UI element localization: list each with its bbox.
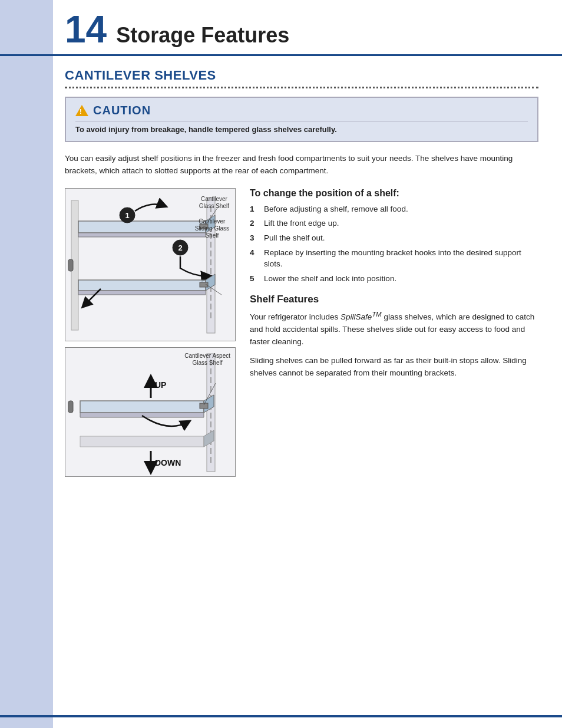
list-item: 4Replace by inserting the mounting brack… bbox=[250, 247, 538, 270]
diagram-upper: 1 2 bbox=[65, 188, 236, 341]
caution-box: CAUTION To avoid injury from breakage, h… bbox=[65, 97, 538, 142]
step-text: Lift the front edge up. bbox=[264, 218, 339, 229]
step-number: 3 bbox=[250, 232, 258, 244]
intro-paragraph: You can easily adjust shelf positions in… bbox=[65, 153, 538, 177]
spillsafe-brand: SpillSafeTM bbox=[340, 312, 382, 321]
svg-marker-45 bbox=[80, 401, 204, 413]
bottom-line bbox=[0, 715, 562, 717]
page-header: 14 Storage Features bbox=[0, 0, 562, 56]
steps-list: 1Before adjusting a shelf, remove all fo… bbox=[250, 203, 538, 284]
caution-header: CAUTION bbox=[75, 104, 528, 117]
lower-shelf-svg: UP DOWN bbox=[65, 348, 236, 477]
shelf-para1: Your refrigerator includes SpillSafeTM g… bbox=[250, 309, 538, 348]
step-text: Pull the shelf out. bbox=[264, 232, 325, 244]
text-column: To change the position of a shelf: 1Befo… bbox=[250, 188, 538, 390]
svg-text:1: 1 bbox=[125, 211, 129, 220]
main-content: CANTILEVER SHELVES CAUTION To avoid inju… bbox=[0, 56, 562, 506]
svg-rect-30 bbox=[68, 259, 73, 271]
section-title: CANTILEVER SHELVES bbox=[65, 68, 538, 83]
two-column-layout: 1 2 bbox=[65, 188, 538, 483]
step-number: 4 bbox=[250, 247, 258, 270]
caution-line bbox=[75, 121, 528, 121]
svg-marker-16 bbox=[78, 221, 206, 233]
section-divider bbox=[65, 87, 538, 88]
svg-text:2: 2 bbox=[178, 243, 182, 252]
shelf-para2: Sliding shelves can be pulled forward as… bbox=[250, 355, 538, 380]
step-text: Before adjusting a shelf, remove all foo… bbox=[264, 203, 408, 215]
diagram-lower: UP DOWN bbox=[65, 347, 236, 477]
shelf-features-heading: Shelf Features bbox=[250, 294, 538, 305]
list-item: 2Lift the front edge up. bbox=[250, 218, 538, 229]
svg-text:UP: UP bbox=[155, 380, 166, 390]
upper-shelf-label: Cantilever Glass Shelf bbox=[199, 196, 229, 210]
step-number: 1 bbox=[250, 203, 258, 215]
chapter-number: 14 bbox=[65, 11, 107, 48]
svg-marker-48 bbox=[80, 436, 204, 447]
step-text: Replace by inserting the mounting bracke… bbox=[264, 247, 538, 270]
chapter-heading: 14 Storage Features bbox=[65, 11, 544, 48]
change-position-heading: To change the position of a shelf: bbox=[250, 188, 538, 199]
caution-text: To avoid injury from breakage, handle te… bbox=[75, 125, 528, 134]
caution-label: CAUTION bbox=[93, 104, 151, 117]
svg-rect-56 bbox=[68, 401, 73, 413]
list-item: 1Before adjusting a shelf, remove all fo… bbox=[250, 203, 538, 215]
svg-marker-18 bbox=[78, 233, 206, 237]
svg-marker-47 bbox=[80, 413, 204, 417]
step-text: Lower the shelf and lock into position. bbox=[264, 273, 396, 285]
svg-marker-24 bbox=[78, 280, 206, 291]
sliding-shelf-label: Cantilever Sliding Glass Shelf bbox=[195, 218, 229, 239]
list-item: 3Pull the shelf out. bbox=[250, 232, 538, 244]
diagram-column: 1 2 bbox=[65, 188, 236, 483]
upper-shelf-svg: 1 2 bbox=[65, 189, 236, 341]
step-number: 5 bbox=[250, 273, 258, 285]
svg-text:DOWN: DOWN bbox=[155, 458, 181, 467]
aspect-shelf-label: Cantilever Aspect Glass Shelf bbox=[184, 353, 230, 367]
svg-rect-50 bbox=[200, 403, 208, 409]
caution-triangle-icon bbox=[75, 105, 88, 116]
step-number: 2 bbox=[250, 218, 258, 229]
chapter-title: Storage Features bbox=[116, 24, 289, 47]
list-item: 5Lower the shelf and lock into position. bbox=[250, 273, 538, 285]
